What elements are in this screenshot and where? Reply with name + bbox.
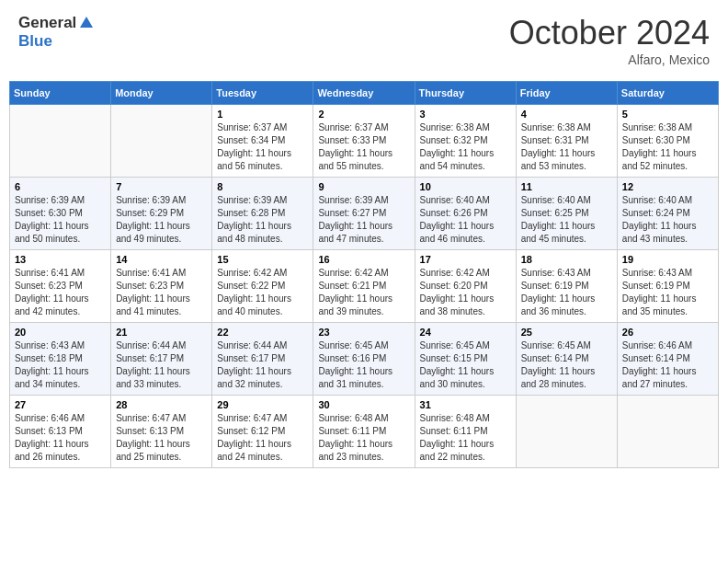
- day-info: Sunrise: 6:44 AMSunset: 6:17 PMDaylight:…: [116, 339, 207, 391]
- weekday-header-saturday: Saturday: [617, 82, 718, 105]
- calendar-week-5: 27Sunrise: 6:46 AMSunset: 6:13 PMDayligh…: [10, 396, 719, 468]
- day-number: 23: [318, 327, 409, 338]
- calendar-cell: 17Sunrise: 6:42 AMSunset: 6:20 PMDayligh…: [415, 250, 516, 323]
- weekday-header-tuesday: Tuesday: [212, 82, 313, 105]
- calendar-cell: 29Sunrise: 6:47 AMSunset: 6:12 PMDayligh…: [212, 396, 313, 468]
- day-info: Sunrise: 6:43 AMSunset: 6:18 PMDaylight:…: [15, 339, 106, 391]
- calendar-cell: 25Sunrise: 6:45 AMSunset: 6:14 PMDayligh…: [516, 323, 617, 396]
- calendar-cell: 13Sunrise: 6:41 AMSunset: 6:23 PMDayligh…: [10, 250, 111, 323]
- calendar-week-4: 20Sunrise: 6:43 AMSunset: 6:18 PMDayligh…: [10, 323, 719, 396]
- day-info: Sunrise: 6:39 AMSunset: 6:28 PMDaylight:…: [217, 194, 308, 246]
- calendar-table: SundayMondayTuesdayWednesdayThursdayFrid…: [9, 81, 719, 468]
- calendar-cell: 12Sunrise: 6:40 AMSunset: 6:24 PMDayligh…: [617, 178, 718, 250]
- day-info: Sunrise: 6:42 AMSunset: 6:21 PMDaylight:…: [318, 267, 409, 318]
- calendar-cell: 18Sunrise: 6:43 AMSunset: 6:19 PMDayligh…: [516, 250, 617, 323]
- day-number: 6: [15, 181, 106, 192]
- day-number: 4: [521, 109, 612, 120]
- day-number: 20: [15, 327, 106, 338]
- calendar-cell: 5Sunrise: 6:38 AMSunset: 6:30 PMDaylight…: [617, 105, 718, 178]
- calendar-cell: 27Sunrise: 6:46 AMSunset: 6:13 PMDayligh…: [10, 396, 111, 468]
- calendar-cell: 15Sunrise: 6:42 AMSunset: 6:22 PMDayligh…: [212, 250, 313, 323]
- calendar-week-3: 13Sunrise: 6:41 AMSunset: 6:23 PMDayligh…: [10, 250, 719, 323]
- day-info: Sunrise: 6:37 AMSunset: 6:33 PMDaylight:…: [318, 121, 409, 173]
- day-number: 15: [217, 254, 308, 265]
- weekday-header-friday: Friday: [516, 82, 617, 105]
- day-number: 31: [420, 399, 511, 410]
- day-number: 2: [318, 109, 409, 120]
- calendar-cell: 2Sunrise: 6:37 AMSunset: 6:33 PMDaylight…: [313, 105, 415, 178]
- day-info: Sunrise: 6:38 AMSunset: 6:32 PMDaylight:…: [420, 121, 511, 173]
- day-number: 1: [217, 109, 308, 120]
- day-number: 12: [622, 181, 713, 192]
- calendar-cell: 21Sunrise: 6:44 AMSunset: 6:17 PMDayligh…: [111, 323, 212, 396]
- calendar-cell: 22Sunrise: 6:44 AMSunset: 6:17 PMDayligh…: [212, 323, 313, 396]
- calendar-body: 1Sunrise: 6:37 AMSunset: 6:34 PMDaylight…: [10, 105, 719, 468]
- day-info: Sunrise: 6:43 AMSunset: 6:19 PMDaylight:…: [622, 267, 713, 318]
- calendar-cell: 20Sunrise: 6:43 AMSunset: 6:18 PMDayligh…: [10, 323, 111, 396]
- day-number: 24: [420, 327, 511, 338]
- day-info: Sunrise: 6:44 AMSunset: 6:17 PMDaylight:…: [217, 339, 308, 391]
- day-info: Sunrise: 6:38 AMSunset: 6:30 PMDaylight:…: [622, 121, 713, 173]
- day-info: Sunrise: 6:39 AMSunset: 6:27 PMDaylight:…: [318, 194, 409, 246]
- day-number: 26: [622, 327, 713, 338]
- day-info: Sunrise: 6:39 AMSunset: 6:29 PMDaylight:…: [116, 194, 207, 246]
- day-info: Sunrise: 6:40 AMSunset: 6:24 PMDaylight:…: [622, 194, 713, 246]
- day-number: 11: [521, 181, 612, 192]
- day-number: 7: [116, 181, 207, 192]
- calendar-cell: 30Sunrise: 6:48 AMSunset: 6:11 PMDayligh…: [313, 396, 415, 468]
- calendar-cell: 8Sunrise: 6:39 AMSunset: 6:28 PMDaylight…: [212, 178, 313, 250]
- logo-text-blue: Blue: [18, 32, 52, 50]
- day-info: Sunrise: 6:43 AMSunset: 6:19 PMDaylight:…: [521, 267, 612, 318]
- day-info: Sunrise: 6:40 AMSunset: 6:25 PMDaylight:…: [521, 194, 612, 246]
- day-number: 25: [521, 327, 612, 338]
- calendar-cell: 7Sunrise: 6:39 AMSunset: 6:29 PMDaylight…: [111, 178, 212, 250]
- day-info: Sunrise: 6:40 AMSunset: 6:26 PMDaylight:…: [420, 194, 511, 246]
- day-number: 28: [116, 399, 207, 410]
- calendar-cell: 23Sunrise: 6:45 AMSunset: 6:16 PMDayligh…: [313, 323, 415, 396]
- weekday-header-thursday: Thursday: [415, 82, 516, 105]
- day-info: Sunrise: 6:47 AMSunset: 6:12 PMDaylight:…: [217, 412, 308, 464]
- calendar-cell: [111, 105, 212, 178]
- day-info: Sunrise: 6:41 AMSunset: 6:23 PMDaylight:…: [116, 267, 207, 318]
- calendar-week-2: 6Sunrise: 6:39 AMSunset: 6:30 PMDaylight…: [10, 178, 719, 250]
- calendar-cell: 1Sunrise: 6:37 AMSunset: 6:34 PMDaylight…: [212, 105, 313, 178]
- location-subtitle: Alfaro, Mexico: [509, 52, 710, 67]
- day-info: Sunrise: 6:45 AMSunset: 6:15 PMDaylight:…: [420, 339, 511, 391]
- day-number: 14: [116, 254, 207, 265]
- svg-marker-0: [80, 17, 93, 28]
- day-number: 9: [318, 181, 409, 192]
- day-number: 5: [622, 109, 713, 120]
- calendar-header-row: SundayMondayTuesdayWednesdayThursdayFrid…: [10, 82, 719, 105]
- day-number: 27: [15, 399, 106, 410]
- day-info: Sunrise: 6:45 AMSunset: 6:16 PMDaylight:…: [318, 339, 409, 391]
- logo-text-general: General: [18, 14, 76, 32]
- calendar-cell: 3Sunrise: 6:38 AMSunset: 6:32 PMDaylight…: [415, 105, 516, 178]
- calendar-cell: 11Sunrise: 6:40 AMSunset: 6:25 PMDayligh…: [516, 178, 617, 250]
- day-number: 13: [15, 254, 106, 265]
- day-info: Sunrise: 6:48 AMSunset: 6:11 PMDaylight:…: [420, 412, 511, 464]
- calendar-cell: 9Sunrise: 6:39 AMSunset: 6:27 PMDaylight…: [313, 178, 415, 250]
- day-info: Sunrise: 6:48 AMSunset: 6:11 PMDaylight:…: [318, 412, 409, 464]
- day-number: 21: [116, 327, 207, 338]
- day-info: Sunrise: 6:47 AMSunset: 6:13 PMDaylight:…: [116, 412, 207, 464]
- day-info: Sunrise: 6:37 AMSunset: 6:34 PMDaylight:…: [217, 121, 308, 173]
- weekday-header-wednesday: Wednesday: [313, 82, 415, 105]
- calendar-cell: 24Sunrise: 6:45 AMSunset: 6:15 PMDayligh…: [415, 323, 516, 396]
- calendar-cell: 26Sunrise: 6:46 AMSunset: 6:14 PMDayligh…: [617, 323, 718, 396]
- calendar-cell: 19Sunrise: 6:43 AMSunset: 6:19 PMDayligh…: [617, 250, 718, 323]
- day-info: Sunrise: 6:45 AMSunset: 6:14 PMDaylight:…: [521, 339, 612, 391]
- day-info: Sunrise: 6:42 AMSunset: 6:20 PMDaylight:…: [420, 267, 511, 318]
- weekday-header-monday: Monday: [111, 82, 212, 105]
- page-header: General Blue October 2024 Alfaro, Mexico: [9, 9, 719, 72]
- day-number: 19: [622, 254, 713, 265]
- calendar-cell: [10, 105, 111, 178]
- day-number: 3: [420, 109, 511, 120]
- day-number: 16: [318, 254, 409, 265]
- calendar-cell: 6Sunrise: 6:39 AMSunset: 6:30 PMDaylight…: [10, 178, 111, 250]
- calendar-cell: [516, 396, 617, 468]
- title-block: October 2024 Alfaro, Mexico: [509, 14, 710, 67]
- calendar-cell: 4Sunrise: 6:38 AMSunset: 6:31 PMDaylight…: [516, 105, 617, 178]
- day-info: Sunrise: 6:38 AMSunset: 6:31 PMDaylight:…: [521, 121, 612, 173]
- day-number: 17: [420, 254, 511, 265]
- calendar-week-1: 1Sunrise: 6:37 AMSunset: 6:34 PMDaylight…: [10, 105, 719, 178]
